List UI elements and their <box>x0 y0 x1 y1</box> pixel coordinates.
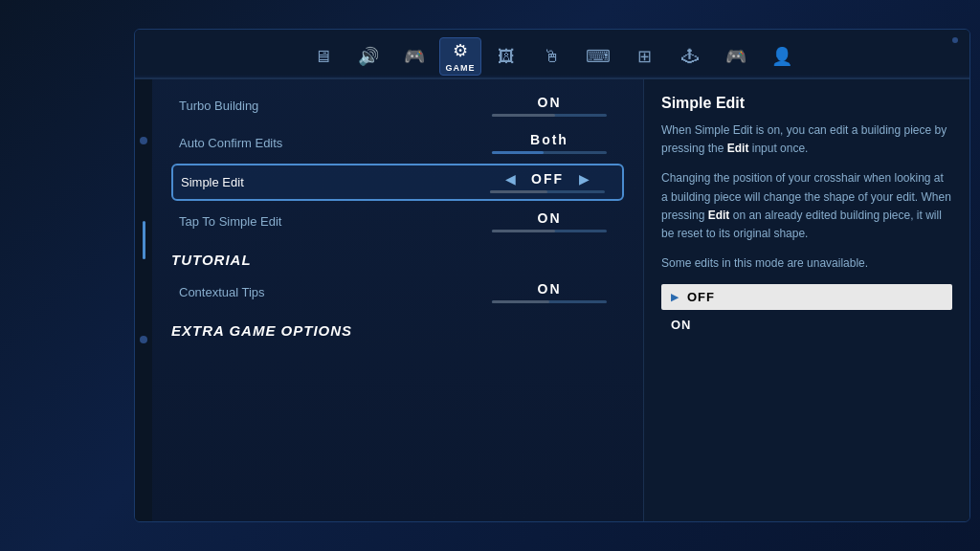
nav-icon-game[interactable]: ⚙ GAME <box>439 37 481 76</box>
right-panel: Simple Edit When Simple Edit is on, you … <box>644 79 969 521</box>
auto-confirm-edits-label: Auto Confirm Edits <box>179 136 282 150</box>
controller2-icon: 🎮 <box>725 46 746 67</box>
simple-edit-value-wrap: ◀ OFF ▶ <box>480 171 614 193</box>
setting-row-simple-edit[interactable]: Simple Edit ◀ OFF ▶ <box>171 164 624 201</box>
tutorial-section-header: TUTORIAL <box>171 252 624 268</box>
setting-row-turbo-building[interactable]: Turbo Building ON <box>171 89 624 122</box>
nav-icon-sound[interactable]: 🔊 <box>347 37 390 76</box>
simple-edit-controls: ◀ OFF ▶ <box>505 171 590 187</box>
setting-row-auto-confirm-edits[interactable]: Auto Confirm Edits Both <box>171 126 624 160</box>
contextual-tips-value: ON <box>538 281 562 297</box>
left-sidebar <box>135 79 152 521</box>
turbo-building-slider-fill <box>492 114 555 117</box>
simple-edit-slider[interactable] <box>490 190 605 193</box>
game-tab-label: GAME <box>446 63 476 73</box>
turbo-building-value-wrap: ON <box>482 95 616 117</box>
keyboard-icon: ⌨ <box>586 46 611 67</box>
contextual-tips-value-wrap: ON <box>482 281 616 303</box>
left-panel: Turbo Building ON Auto Confirm Edits Bot… <box>152 79 644 521</box>
corner-indicator <box>952 37 958 43</box>
hud-icon: ⊞ <box>637 46 652 67</box>
dropdown-on-label: ON <box>671 318 692 332</box>
dropdown-off-label: OFF <box>687 290 715 304</box>
extra-game-options-header: EXTRA GAME OPTIONS <box>171 322 624 339</box>
simple-edit-slider-fill <box>490 190 547 193</box>
simple-edit-next-button[interactable]: ▶ <box>579 171 590 187</box>
nav-icon-mouse[interactable]: 🖱 <box>531 37 573 76</box>
turbo-building-slider[interactable] <box>492 114 607 117</box>
tap-to-simple-edit-slider[interactable] <box>492 230 607 232</box>
contextual-tips-slider[interactable] <box>492 300 607 303</box>
turbo-building-label: Turbo Building <box>179 99 258 113</box>
tap-to-simple-edit-value: ON <box>538 210 562 226</box>
tap-to-simple-edit-label: Tap To Simple Edit <box>179 214 281 229</box>
help-title: Simple Edit <box>661 95 952 112</box>
user-icon: 👤 <box>771 46 792 67</box>
dropdown-option-off[interactable]: ▶ OFF <box>661 284 952 310</box>
gear-icon: ⚙ <box>453 40 468 61</box>
controller1-icon: 🕹 <box>681 47 699 67</box>
nav-icon-monitor[interactable]: 🖥 <box>301 37 344 76</box>
nav-icon-display[interactable]: 🖼 <box>485 37 527 76</box>
setting-row-tap-to-simple-edit[interactable]: Tap To Simple Edit ON <box>171 205 624 238</box>
simple-edit-label: Simple Edit <box>181 175 244 189</box>
dropdown-arrow-off: ▶ <box>671 292 679 302</box>
settings-window: 🖥 🔊 🎮 ⚙ GAME 🖼 🖱 ⌨ ⊞ 🕹 🎮 👤 <box>134 29 970 522</box>
nav-icon-controller1[interactable]: 🕹 <box>669 37 711 76</box>
simple-edit-prev-button[interactable]: ◀ <box>505 171 516 187</box>
nav-icon-hud[interactable]: ⊞ <box>623 37 665 76</box>
sidebar-indicator-top <box>140 137 147 144</box>
help-text-3: Some edits in this mode are unavailable. <box>661 254 952 273</box>
auto-confirm-edits-value-wrap: Both <box>482 132 616 154</box>
sidebar-indicator-bot <box>140 336 147 343</box>
auto-confirm-edits-slider-fill <box>492 151 544 154</box>
tap-to-simple-edit-slider-fill <box>492 230 555 232</box>
sidebar-indicator-mid <box>143 221 145 259</box>
contextual-tips-label: Contextual Tips <box>179 285 265 299</box>
help-text-2: Changing the position of your crosshair … <box>661 169 952 243</box>
sound-icon: 🔊 <box>358 46 379 67</box>
setting-row-contextual-tips[interactable]: Contextual Tips ON <box>171 276 624 309</box>
gamepad2-icon: 🎮 <box>404 46 425 67</box>
display-icon: 🖼 <box>498 47 515 67</box>
mouse-icon: 🖱 <box>544 47 561 67</box>
tap-to-simple-edit-value-wrap: ON <box>482 210 616 232</box>
help-text-1: When Simple Edit is on, you can edit a b… <box>661 121 952 158</box>
dropdown-option-on[interactable]: ON <box>661 312 952 338</box>
turbo-building-value: ON <box>538 95 562 110</box>
nav-icon-keyboard[interactable]: ⌨ <box>577 37 619 76</box>
auto-confirm-edits-value: Both <box>530 132 568 147</box>
nav-bar: 🖥 🔊 🎮 ⚙ GAME 🖼 🖱 ⌨ ⊞ 🕹 🎮 👤 <box>135 30 969 76</box>
nav-icon-gamepad2[interactable]: 🎮 <box>393 37 435 76</box>
simple-edit-value: OFF <box>531 171 564 187</box>
monitor-icon: 🖥 <box>314 47 331 67</box>
auto-confirm-edits-slider[interactable] <box>492 151 607 154</box>
content-area: Turbo Building ON Auto Confirm Edits Bot… <box>135 79 969 521</box>
nav-icon-controller2[interactable]: 🎮 <box>715 37 757 76</box>
nav-icon-user[interactable]: 👤 <box>761 37 803 76</box>
contextual-tips-slider-fill <box>492 300 549 303</box>
